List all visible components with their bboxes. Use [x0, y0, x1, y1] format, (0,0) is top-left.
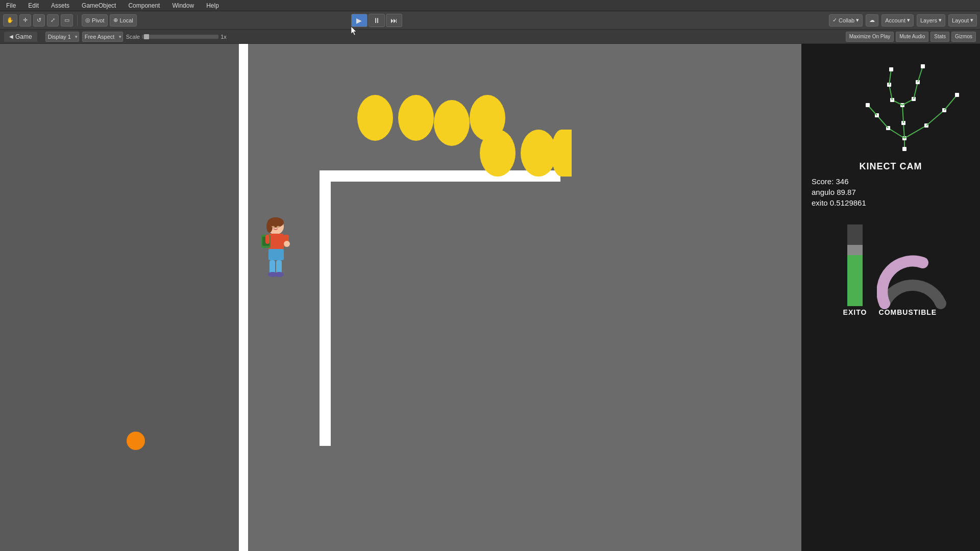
display-dropdown-wrapper[interactable]: Display 1 [45, 32, 79, 42]
game-tab-label: Game [15, 33, 32, 40]
yellow-oval-5 [480, 130, 516, 177]
yellow-oval-2 [398, 95, 434, 141]
meters-row: EXITO COMBUSTIBLE [801, 224, 980, 316]
svg-rect-9 [268, 249, 284, 260]
step-icon: ⏭ [390, 16, 398, 24]
aspect-dropdown-wrapper[interactable]: Free Aspect [82, 32, 123, 42]
layers-button[interactable]: Layers ▾ [917, 14, 945, 27]
cloud-icon: ☁ [869, 17, 875, 23]
combustible-gauge [877, 245, 938, 306]
rotate-icon: ↺ [37, 17, 41, 23]
collab-dropdown-icon: ▾ [856, 17, 859, 23]
pause-button[interactable]: ⏸ [369, 14, 385, 27]
menu-help[interactable]: Help [204, 1, 221, 10]
account-label: Account [885, 17, 905, 23]
scale-value: 1x [220, 34, 227, 40]
play-icon: ▶ [356, 16, 362, 24]
svg-point-13 [275, 272, 284, 277]
checkmark-icon: ✓ [832, 17, 837, 23]
mute-audio-button[interactable]: Mute Audio [896, 32, 928, 42]
inner-box [331, 182, 560, 447]
orange-ball [127, 432, 145, 450]
account-dropdown-icon: ▾ [907, 17, 910, 23]
scale-track[interactable] [142, 35, 218, 39]
menu-component[interactable]: Component [126, 1, 162, 10]
right-toolbar: ✓ Collab ▾ ☁ Account ▾ Layers ▾ Layout ▾ [829, 14, 977, 27]
scale-label: Scale [126, 34, 140, 40]
pivot-icon: ◎ [85, 17, 90, 23]
local-button[interactable]: ⊕ Local [110, 14, 136, 27]
maximize-on-play-button[interactable]: Maximize On Play [846, 32, 894, 42]
kinect-info: KINECT CAM Score: 346 angulo 89.87 exito… [801, 156, 980, 214]
scale-tool-button[interactable]: ⤢ [47, 14, 59, 27]
rect-icon: ▭ [64, 17, 69, 23]
svg-rect-31 [955, 93, 959, 97]
svg-rect-17 [902, 147, 906, 151]
pause-icon: ⏸ [373, 16, 380, 24]
rect-tool-button[interactable]: ▭ [61, 14, 73, 27]
exito-bar-gray [847, 245, 863, 255]
toolbar: ✋ ✛ ↺ ⤢ ▭ ◎ Pivot ⊕ Local ▶ ⏸ ⏭ ✓ Collab [0, 11, 980, 30]
combustible-meter: COMBUSTIBLE [877, 245, 938, 316]
pivot-button[interactable]: ◎ Pivot [82, 14, 108, 27]
kinect-title: KINECT CAM [812, 161, 970, 172]
right-game-buttons: Maximize On Play Mute Audio Stats Gizmos [846, 32, 976, 42]
platform-top [320, 170, 560, 182]
main-area: KINECT CAM Score: 346 angulo 89.87 exito… [0, 44, 980, 551]
svg-rect-10 [270, 260, 275, 273]
skeleton-view [801, 44, 980, 156]
move-tool-button[interactable]: ✛ [19, 14, 31, 27]
gizmos-button[interactable]: Gizmos [951, 32, 976, 42]
scale-icon: ⤢ [51, 17, 55, 23]
separator-1 [77, 15, 78, 26]
yellow-oval-1 [357, 95, 393, 141]
layout-label: Layout [952, 17, 969, 23]
yellow-oval-3 [434, 100, 470, 146]
svg-rect-47 [921, 64, 925, 68]
menu-bar: File Edit Assets GameObject Component Wi… [0, 0, 980, 11]
display-dropdown[interactable]: Display 1 [45, 32, 79, 42]
move-icon: ✛ [23, 17, 28, 23]
game-header: ◀ Game Display 1 Free Aspect Scale 1x Ma… [0, 30, 980, 44]
svg-rect-3 [268, 234, 284, 250]
rotate-tool-button[interactable]: ↺ [33, 14, 45, 27]
cloud-button[interactable]: ☁ [866, 14, 878, 27]
svg-point-8 [284, 241, 290, 247]
layers-label: Layers [920, 17, 937, 23]
svg-rect-7 [265, 235, 270, 244]
hand-tool-button[interactable]: ✋ [3, 14, 17, 27]
stats-button[interactable]: Stats [930, 32, 949, 42]
collab-button[interactable]: ✓ Collab ▾ [829, 14, 863, 27]
scale-thumb[interactable] [144, 34, 149, 39]
game-canvas[interactable] [0, 44, 801, 551]
menu-gameobject[interactable]: GameObject [80, 1, 118, 10]
account-button[interactable]: Account ▾ [881, 14, 914, 27]
local-icon: ⊕ [113, 17, 118, 23]
exito-stat: exito 0.5129861 [812, 198, 970, 207]
layout-button[interactable]: Layout ▾ [948, 14, 977, 27]
scale-bar: Scale 1x [126, 34, 227, 40]
svg-rect-43 [889, 67, 893, 71]
platform-left [320, 170, 331, 446]
game-tab[interactable]: ◀ Game [4, 32, 37, 42]
menu-edit[interactable]: Edit [26, 1, 41, 10]
exito-bar-container [847, 224, 863, 306]
yellow-oval-7 [551, 130, 572, 177]
pivot-label: Pivot [92, 17, 104, 23]
exito-meter: EXITO [843, 224, 867, 316]
back-arrow-icon: ◀ [9, 34, 13, 39]
layers-dropdown-icon: ▾ [939, 17, 942, 23]
play-button[interactable]: ▶ [351, 14, 368, 27]
menu-assets[interactable]: Assets [49, 1, 71, 10]
character-sprite [255, 217, 296, 284]
play-controls: ▶ ⏸ ⏭ [351, 14, 402, 27]
score-stat: Score: 346 [812, 177, 970, 186]
local-label: Local [119, 17, 133, 23]
aspect-dropdown[interactable]: Free Aspect [82, 32, 123, 42]
wall-left [239, 44, 248, 551]
step-button[interactable]: ⏭ [386, 14, 402, 27]
right-panel: KINECT CAM Score: 346 angulo 89.87 exito… [801, 44, 980, 551]
menu-window[interactable]: Window [170, 1, 196, 10]
exito-label: EXITO [843, 308, 867, 316]
menu-file[interactable]: File [4, 1, 18, 10]
